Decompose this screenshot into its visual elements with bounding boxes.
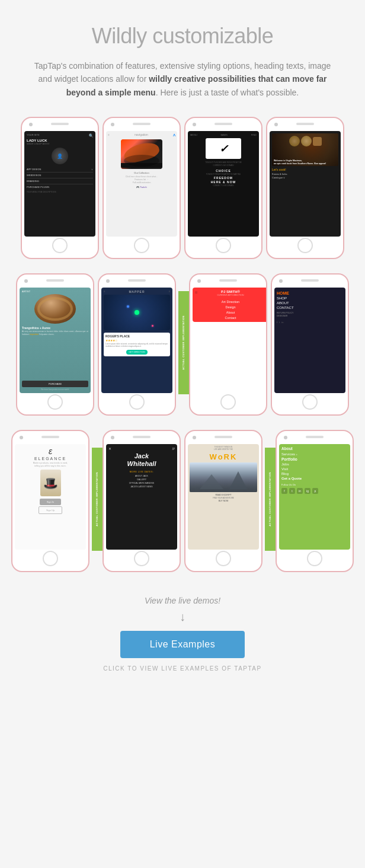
avatar: 👤 xyxy=(52,148,68,164)
phone-2-wrapper: ≡ navigation Ʌ Our Collection Click here… xyxy=(103,117,181,259)
green-visit[interactable]: Visit xyxy=(281,467,348,471)
tagline-sm: TONIGHT FROM THE ARTIST IS WAITING xyxy=(206,173,241,175)
home-link[interactable]: HOME xyxy=(277,291,343,295)
screen-7: ≡ PJ SMITH® CURRENT ART DIRECTION Art Di… xyxy=(193,288,267,322)
screen-10: ✕ jp JackWhitehall MORE LIVE DATES: ABOU… xyxy=(106,444,177,550)
green-about[interactable]: About xyxy=(281,446,348,451)
phone-5: ARTIST Trangothica + Aurex At very me at… xyxy=(16,273,94,416)
choice: CHOICE xyxy=(216,169,230,173)
freedom: FREEDOM xyxy=(214,176,233,180)
jack-menu-2[interactable]: GALLERY xyxy=(137,478,146,481)
about-link[interactable]: ABOUT xyxy=(277,301,343,305)
twitch-label: 🎮 Twitch xyxy=(136,186,146,189)
fb-icon[interactable]: f xyxy=(281,488,287,494)
pj-menu-4[interactable]: Contact xyxy=(225,316,236,320)
phone-10: ✕ jp JackWhitehall MORE LIVE DATES: ABOU… xyxy=(103,430,181,572)
jack-menu-4[interactable]: JACK'S LATEST NEWS xyxy=(130,486,152,488)
mountain-image xyxy=(190,462,257,492)
badge-text-10: ACTUAL CUSTOMER IMPLEMENTATION xyxy=(96,472,99,526)
top-bar-10: ✕ jp xyxy=(108,446,175,451)
green-jobs[interactable]: Jobs xyxy=(281,462,348,466)
view-demos-text: View the live demos! xyxy=(18,596,347,605)
green-portfolio[interactable]: Portfolio xyxy=(281,457,348,461)
lets-cook[interactable]: Let's cook! xyxy=(272,168,338,171)
phone-camera-7 xyxy=(197,279,201,283)
menu-item-1[interactable]: APP DESIGN∨ xyxy=(27,167,93,173)
pj-menu-1[interactable]: Art Direction xyxy=(222,300,239,304)
screen-2: ≡ navigation Ʌ Our Collection Click here… xyxy=(106,131,177,237)
mapper-title: MAPPER xyxy=(129,290,145,293)
tagline-2: CURRENT LIVE DOMAIN xyxy=(213,164,234,167)
green-blog[interactable]: Blog xyxy=(281,472,348,476)
food-background: Welcome to Vegito Maximus,an epic cook b… xyxy=(272,133,338,166)
phone-1-wrapper: YOUR SITE 🔍 LADY LUCK SENIOR CONCEPT ART… xyxy=(21,117,99,259)
feature-text: Click here show these short what... xyxy=(126,175,158,178)
here-now: HERE & NOW xyxy=(211,180,236,184)
buy-now[interactable]: BUY NOW xyxy=(219,500,229,502)
live-examples-button[interactable]: Live Examples xyxy=(120,631,245,658)
site-label: YOUR SITE xyxy=(27,133,40,138)
catalogue[interactable]: Catalogue ∨ xyxy=(272,176,338,179)
pj-menu-2[interactable]: Design xyxy=(225,305,235,309)
ig-icon[interactable]: ig xyxy=(305,488,310,494)
shoe-image xyxy=(121,139,162,169)
menu-item-3[interactable]: BRANDING xyxy=(27,178,93,184)
phone-12: About Services › Portfolio Jobs Visit Bl… xyxy=(276,430,354,572)
avatar-icon: 👤 xyxy=(57,154,63,159)
phone-camera-10 xyxy=(111,436,114,439)
phone-row-2: ARTIST Trangothica + Aurex At very me at… xyxy=(12,273,353,416)
map-area[interactable] xyxy=(104,295,170,330)
phone-12-wrapper: ACTUAL CUSTOMER IMPLEMENTATION About Ser… xyxy=(266,430,354,572)
review-text: Lorem ipsum dolor sit amet, consectetur … xyxy=(105,343,168,348)
nav-bar-2: ≡ navigation Ʌ xyxy=(108,133,175,137)
work-quote: THE BEST THINGS INLIFE ARE WORTH THE xyxy=(214,446,233,451)
phone-camera-12 xyxy=(284,436,287,439)
li-icon[interactable]: in xyxy=(297,488,303,494)
contact-link[interactable]: CONTACT xyxy=(277,306,343,309)
directions-btn[interactable]: GET DIRECTION xyxy=(126,350,147,355)
phone-camera xyxy=(29,123,33,126)
green-quote[interactable]: Get a Quote xyxy=(281,477,348,480)
phone-2: ≡ navigation Ʌ Our Collection Click here… xyxy=(103,117,181,259)
cta-sub-text: CLICK TO VIEW LIVE EXAMPLES OF TAPTAP xyxy=(18,665,347,672)
pj-title: CURRENT ART DIRECTION xyxy=(217,294,244,296)
read-excerpt[interactable]: READ EXCERPT xyxy=(215,494,231,496)
green-services[interactable]: Services › xyxy=(281,452,348,456)
top-bar-6: ≡ MAPPER ≡ xyxy=(104,290,170,293)
phone-9: ε ELEGANCE Modern products, new trends i… xyxy=(11,430,89,572)
menu-item-4[interactable]: PURCHASE PLUGIN xyxy=(27,184,93,190)
description-text-2: . Here is just a taste of what's possibl… xyxy=(156,88,299,97)
pj-menu-3[interactable]: About xyxy=(226,311,235,314)
social-icons-12: f t in ig p xyxy=(281,488,348,494)
phone-row-1: YOUR SITE 🔍 LADY LUCK SENIOR CONCEPT ART… xyxy=(12,117,353,259)
hamburger-7[interactable]: ≡ xyxy=(195,290,198,295)
phone-camera-8 xyxy=(279,279,283,283)
phone-10-wrapper: ACTUAL CUSTOMER IMPLEMENTATION ✕ jp Jack… xyxy=(93,430,181,572)
phone-9-wrapper: ε ELEGANCE Modern products, new trends i… xyxy=(11,430,89,572)
knives[interactable]: Knives & forks xyxy=(272,173,338,175)
designer: DESIGNER xyxy=(277,315,343,317)
pi-icon[interactable]: p xyxy=(312,488,318,494)
sign-up-btn[interactable]: Sign Up xyxy=(39,506,62,514)
badge-text-12: ACTUAL CUSTOMER IMPLEMENTATION xyxy=(269,472,272,526)
place-name: ROGER'S PLACE xyxy=(105,334,168,338)
search-icon[interactable]: 🔍 xyxy=(89,133,93,138)
actual-badge-10: ACTUAL CUSTOMER IMPLEMENTATION xyxy=(92,448,103,551)
sign-in-btn[interactable]: Sign In xyxy=(40,499,61,505)
screen-11: THE BEST THINGS INLIFE ARE WORTH THE WoR… xyxy=(188,444,259,550)
menu-item-2[interactable]: WEBDESIGN xyxy=(27,173,93,178)
phone-6: ≡ MAPPER ≡ ROGER'S PLACE ★★★★☆ Lorem ips… xyxy=(98,273,176,416)
shop-link[interactable]: SHOP xyxy=(277,296,343,300)
artist-title: SENIOR CONCEPT ARTIST xyxy=(27,143,93,145)
tagline-1: TONIGHT PUNCHES AND RUNS FROM THE xyxy=(205,161,242,164)
screen-6: ≡ MAPPER ≡ ROGER'S PLACE ★★★★☆ Lorem ips… xyxy=(101,288,172,393)
headphone-desc: At very me at accumsan is laoreet dolor … xyxy=(22,330,88,336)
stars: ★★★★☆ xyxy=(105,339,168,342)
tw-icon[interactable]: t xyxy=(289,488,295,494)
find-adventure: FIND YOUR ADVENTURE xyxy=(213,497,234,499)
jack-menu-3[interactable]: OFFICIAL MERCHANDISE xyxy=(129,482,154,484)
jack-menu-1[interactable]: ABOUT JACK xyxy=(135,475,148,477)
phone-3: MENU BAWS FIND ✓ TONIGHT PUNCHES AND RUN… xyxy=(184,117,262,259)
purchase-btn[interactable]: PURCHASE xyxy=(22,381,88,387)
phone-row-3: ε ELEGANCE Modern products, new trends i… xyxy=(12,430,353,572)
